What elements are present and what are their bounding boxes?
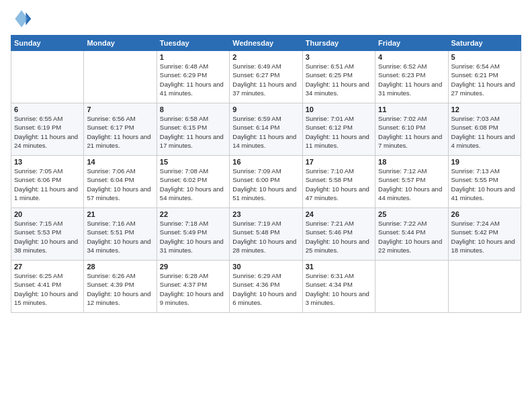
calendar-cell: 31Sunrise: 6:31 AM Sunset: 4:34 PM Dayli… <box>302 261 375 313</box>
weekday-header-row: SundayMondayTuesdayWednesdayThursdayFrid… <box>11 36 521 51</box>
day-info: Sunrise: 7:01 AM Sunset: 6:12 PM Dayligh… <box>306 114 372 150</box>
calendar-cell: 7Sunrise: 6:56 AM Sunset: 6:17 PM Daylig… <box>84 103 157 156</box>
week-row-4: 20Sunrise: 7:15 AM Sunset: 5:53 PM Dayli… <box>11 208 521 261</box>
day-number: 31 <box>306 263 372 271</box>
day-info: Sunrise: 7:24 AM Sunset: 5:42 PM Dayligh… <box>451 219 518 255</box>
calendar-cell: 13Sunrise: 7:05 AM Sunset: 6:06 PM Dayli… <box>11 156 84 208</box>
calendar-cell: 21Sunrise: 7:16 AM Sunset: 5:51 PM Dayli… <box>84 208 157 261</box>
day-number: 8 <box>160 105 226 113</box>
day-info: Sunrise: 6:54 AM Sunset: 6:21 PM Dayligh… <box>451 62 518 97</box>
day-number: 4 <box>378 53 445 61</box>
calendar-cell: 4Sunrise: 6:52 AM Sunset: 6:23 PM Daylig… <box>375 51 448 103</box>
calendar-cell: 29Sunrise: 6:28 AM Sunset: 4:37 PM Dayli… <box>157 261 229 313</box>
day-info: Sunrise: 7:13 AM Sunset: 5:55 PM Dayligh… <box>451 167 518 202</box>
day-info: Sunrise: 7:06 AM Sunset: 6:04 PM Dayligh… <box>87 167 153 202</box>
day-number: 27 <box>14 263 81 271</box>
day-number: 25 <box>378 210 445 218</box>
day-number: 10 <box>306 105 372 113</box>
day-number: 20 <box>14 210 81 218</box>
calendar-cell: 26Sunrise: 7:24 AM Sunset: 5:42 PM Dayli… <box>448 208 521 261</box>
day-number: 3 <box>306 53 372 61</box>
day-number: 14 <box>87 158 153 166</box>
day-number: 2 <box>232 53 299 61</box>
calendar-cell: 19Sunrise: 7:13 AM Sunset: 5:55 PM Dayli… <box>448 156 521 208</box>
calendar-cell: 11Sunrise: 7:02 AM Sunset: 6:10 PM Dayli… <box>375 103 448 156</box>
header <box>11 8 521 30</box>
day-info: Sunrise: 6:28 AM Sunset: 4:37 PM Dayligh… <box>160 271 226 307</box>
day-info: Sunrise: 7:08 AM Sunset: 6:02 PM Dayligh… <box>160 167 226 202</box>
day-number: 9 <box>232 105 299 113</box>
day-info: Sunrise: 7:22 AM Sunset: 5:44 PM Dayligh… <box>378 219 445 255</box>
day-number: 7 <box>87 105 153 113</box>
calendar-cell <box>11 51 84 103</box>
week-row-5: 27Sunrise: 6:25 AM Sunset: 4:41 PM Dayli… <box>11 261 521 313</box>
week-row-3: 13Sunrise: 7:05 AM Sunset: 6:06 PM Dayli… <box>11 156 521 208</box>
day-info: Sunrise: 7:16 AM Sunset: 5:51 PM Dayligh… <box>87 219 153 255</box>
day-info: Sunrise: 6:25 AM Sunset: 4:41 PM Dayligh… <box>14 271 81 307</box>
day-info: Sunrise: 7:03 AM Sunset: 6:08 PM Dayligh… <box>451 114 518 150</box>
day-number: 6 <box>14 105 81 113</box>
calendar-cell: 5Sunrise: 6:54 AM Sunset: 6:21 PM Daylig… <box>448 51 521 103</box>
day-number: 19 <box>451 158 518 166</box>
day-info: Sunrise: 6:29 AM Sunset: 4:36 PM Dayligh… <box>232 271 299 307</box>
calendar-cell <box>375 261 448 313</box>
calendar-cell: 24Sunrise: 7:21 AM Sunset: 5:46 PM Dayli… <box>302 208 375 261</box>
day-info: Sunrise: 7:12 AM Sunset: 5:57 PM Dayligh… <box>378 167 445 202</box>
day-info: Sunrise: 7:21 AM Sunset: 5:46 PM Dayligh… <box>306 219 372 255</box>
calendar-cell: 28Sunrise: 6:26 AM Sunset: 4:39 PM Dayli… <box>84 261 157 313</box>
day-info: Sunrise: 6:26 AM Sunset: 4:39 PM Dayligh… <box>87 271 153 307</box>
weekday-header-wednesday: Wednesday <box>230 36 302 51</box>
calendar-cell: 16Sunrise: 7:09 AM Sunset: 6:00 PM Dayli… <box>230 156 302 208</box>
logo <box>11 8 35 30</box>
weekday-header-friday: Friday <box>375 36 448 51</box>
day-info: Sunrise: 7:18 AM Sunset: 5:49 PM Dayligh… <box>160 219 226 255</box>
calendar-cell: 18Sunrise: 7:12 AM Sunset: 5:57 PM Dayli… <box>375 156 448 208</box>
calendar-cell: 8Sunrise: 6:58 AM Sunset: 6:15 PM Daylig… <box>157 103 229 156</box>
calendar-cell: 25Sunrise: 7:22 AM Sunset: 5:44 PM Dayli… <box>375 208 448 261</box>
calendar-cell: 27Sunrise: 6:25 AM Sunset: 4:41 PM Dayli… <box>11 261 84 313</box>
calendar-cell: 17Sunrise: 7:10 AM Sunset: 5:58 PM Dayli… <box>302 156 375 208</box>
page: SundayMondayTuesdayWednesdayThursdayFrid… <box>0 0 532 411</box>
calendar-cell: 20Sunrise: 7:15 AM Sunset: 5:53 PM Dayli… <box>11 208 84 261</box>
day-info: Sunrise: 7:19 AM Sunset: 5:48 PM Dayligh… <box>232 219 299 255</box>
weekday-header-monday: Monday <box>84 36 157 51</box>
weekday-header-saturday: Saturday <box>448 36 521 51</box>
day-number: 15 <box>160 158 226 166</box>
day-number: 23 <box>232 210 299 218</box>
day-info: Sunrise: 6:49 AM Sunset: 6:27 PM Dayligh… <box>232 62 299 97</box>
calendar-cell <box>448 261 521 313</box>
day-info: Sunrise: 6:58 AM Sunset: 6:15 PM Dayligh… <box>160 114 226 150</box>
calendar-cell: 2Sunrise: 6:49 AM Sunset: 6:27 PM Daylig… <box>230 51 302 103</box>
day-number: 29 <box>160 263 226 271</box>
calendar-cell: 9Sunrise: 6:59 AM Sunset: 6:14 PM Daylig… <box>230 103 302 156</box>
day-number: 18 <box>378 158 445 166</box>
day-number: 12 <box>451 105 518 113</box>
day-info: Sunrise: 6:52 AM Sunset: 6:23 PM Dayligh… <box>378 62 445 97</box>
day-number: 24 <box>306 210 372 218</box>
calendar-cell: 12Sunrise: 7:03 AM Sunset: 6:08 PM Dayli… <box>448 103 521 156</box>
day-number: 21 <box>87 210 153 218</box>
weekday-header-sunday: Sunday <box>11 36 84 51</box>
calendar-cell <box>84 51 157 103</box>
week-row-2: 6Sunrise: 6:55 AM Sunset: 6:19 PM Daylig… <box>11 103 521 156</box>
calendar-cell: 10Sunrise: 7:01 AM Sunset: 6:12 PM Dayli… <box>302 103 375 156</box>
weekday-header-tuesday: Tuesday <box>157 36 229 51</box>
calendar-cell: 3Sunrise: 6:51 AM Sunset: 6:25 PM Daylig… <box>302 51 375 103</box>
calendar: SundayMondayTuesdayWednesdayThursdayFrid… <box>11 35 521 313</box>
day-info: Sunrise: 6:48 AM Sunset: 6:29 PM Dayligh… <box>160 62 226 97</box>
week-row-1: 1Sunrise: 6:48 AM Sunset: 6:29 PM Daylig… <box>11 51 521 103</box>
calendar-cell: 30Sunrise: 6:29 AM Sunset: 4:36 PM Dayli… <box>230 261 302 313</box>
day-number: 22 <box>160 210 226 218</box>
day-info: Sunrise: 7:15 AM Sunset: 5:53 PM Dayligh… <box>14 219 81 255</box>
day-number: 28 <box>87 263 153 271</box>
day-number: 30 <box>232 263 299 271</box>
day-info: Sunrise: 7:02 AM Sunset: 6:10 PM Dayligh… <box>378 114 445 150</box>
calendar-cell: 23Sunrise: 7:19 AM Sunset: 5:48 PM Dayli… <box>230 208 302 261</box>
day-info: Sunrise: 7:10 AM Sunset: 5:58 PM Dayligh… <box>306 167 372 202</box>
day-number: 1 <box>160 53 226 61</box>
calendar-cell: 1Sunrise: 6:48 AM Sunset: 6:29 PM Daylig… <box>157 51 229 103</box>
day-number: 5 <box>451 53 518 61</box>
day-info: Sunrise: 7:09 AM Sunset: 6:00 PM Dayligh… <box>232 167 299 202</box>
day-info: Sunrise: 6:55 AM Sunset: 6:19 PM Dayligh… <box>14 114 81 150</box>
day-number: 17 <box>306 158 372 166</box>
